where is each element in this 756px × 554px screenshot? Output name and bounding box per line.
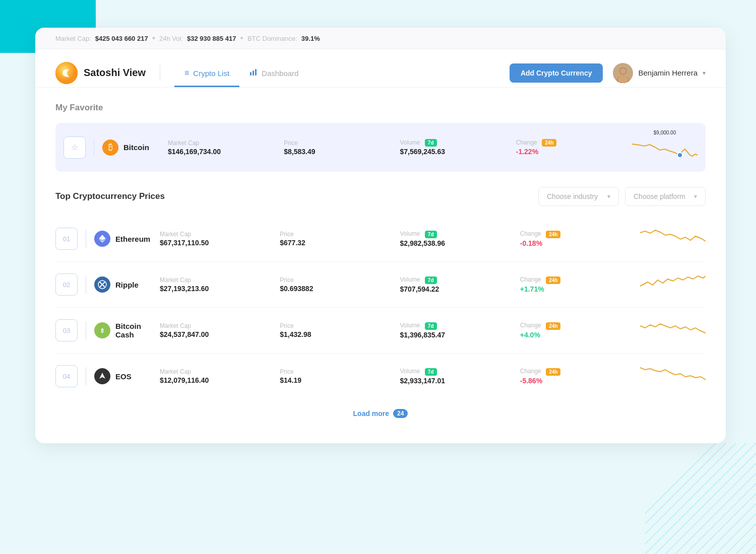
favorite-section-title: My Favorite [55,103,706,113]
bch-change-badge: 24h [546,322,560,330]
header-right: Add Crypto Currency Benjamin Herrera ▾ [510,63,706,83]
dot-1: • [152,34,155,43]
btc-label: BTC Dominance: [247,35,297,42]
bch-market-cap-col: Market Cap $24,537,847.00 [160,322,280,338]
star-icon: ☆ [71,143,78,152]
xrp-change-label: Change 24h [520,276,640,284]
xrp-change-value: +1.71% [520,285,640,293]
eos-market-cap-value: $12,079,116.40 [160,376,280,384]
btc-price-value: $8,583.49 [284,148,400,156]
eos-volume-value: $2,933,147.01 [400,377,520,385]
btc-market-cap-value: $146,169,734.00 [168,148,284,156]
industry-filter[interactable]: Choose industry ▾ [538,187,619,206]
top-crypto-header: Top Cryptocurrency Prices Choose industr… [55,187,706,206]
eth-chart [640,225,706,252]
industry-chevron-icon: ▾ [607,193,610,200]
star-button[interactable]: ☆ [64,136,86,159]
eth-price-value: $677.32 [280,239,400,247]
nav-tab-crypto-list[interactable]: ≡ Crypto List [174,59,239,87]
btc-change-badge: 24h [542,139,556,147]
btc-change-label: Change 24h [516,139,632,147]
favorite-table: ☆ ₿ Bitcoin Market Cap $146,169,734.00 P… [55,123,706,172]
eos-change-col: Change 24h -5.86% [520,368,640,384]
xrp-coin-info: Ripple [94,276,160,293]
user-area[interactable]: Benjamin Herrera ▾ [613,63,706,83]
header-divider [160,65,160,81]
btc-volume-value: $7,569,245.63 [400,148,516,156]
xrp-market-cap-label: Market Cap [160,276,280,284]
user-name: Benjamin Herrera [638,68,698,77]
logo-area[interactable]: Satoshi View [55,62,146,84]
bch-coin-info: ₿ Bitcoin Cash [94,322,160,339]
rank-box-2: 02 [55,273,78,296]
svg-marker-26 [99,235,106,240]
svg-line-3 [675,473,756,554]
bch-volume-label: Volume 7d [400,322,520,329]
filter-selects: Choose industry ▾ Choose platform ▾ [538,187,706,206]
svg-line-6 [706,504,756,554]
xrp-price-label: Price [280,276,400,284]
eth-market-cap-value: $67,317,110.50 [160,239,280,247]
eos-change-value: -5.86% [520,377,640,385]
eos-coin-info: EOS [94,368,160,384]
eos-chart [640,363,706,390]
bch-volume-badge: 7d [425,322,437,330]
svg-line-0 [645,443,756,554]
eth-volume-label: Volume 7d [400,230,520,238]
btc-volume-badge: 7d [425,139,437,147]
svg-point-23 [620,68,626,74]
rank-box-1: 01 [55,228,78,250]
svg-rect-18 [253,71,254,76]
bch-volume-col: Volume 7d $1,396,835.47 [400,322,520,338]
eth-change-badge: 24h [546,231,560,238]
xrp-volume-value: $707,594.22 [400,285,520,293]
eth-market-cap-label: Market Cap [160,231,280,238]
main-card: Market Cap: $425 043 660 217 • 24h Vol: … [35,28,726,443]
industry-filter-label: Choose industry [547,192,598,200]
vol-label: 24h Vol: [159,35,183,42]
svg-marker-33 [99,373,105,379]
header: Satoshi View ≡ Crypto List Dashboard [35,49,726,88]
svg-line-4 [685,483,756,554]
xrp-volume-col: Volume 7d $707,594.22 [400,276,520,293]
btc-name: Bitcoin [123,143,149,152]
svg-point-24 [617,76,628,83]
eth-change-value: -0.18% [520,239,640,247]
svg-text:₿: ₿ [101,328,104,333]
platform-filter[interactable]: Choose platform ▾ [625,187,706,206]
svg-rect-19 [255,69,257,76]
xrp-market-cap-col: Market Cap $27,193,213.60 [160,276,280,293]
xrp-volume-badge: 7d [425,276,437,284]
xrp-logo [94,276,110,293]
nav-tabs: ≡ Crypto List Dashboard [174,58,308,87]
eos-volume-label: Volume 7d [400,368,520,375]
eos-price-value: $14.19 [280,376,400,384]
logo-icon [55,62,78,84]
rank-1: 01 [63,235,70,243]
xrp-volume-label: Volume 7d [400,276,520,284]
xrp-change-col: Change 24h +1.71% [520,276,640,293]
eth-market-cap-col: Market Cap $67,317,110.50 [160,231,280,247]
bch-chart [640,317,706,344]
xrp-market-cap-value: $27,193,213.60 [160,285,280,293]
rank-3: 03 [63,327,70,334]
add-crypto-button[interactable]: Add Crypto Currency [510,63,603,83]
nav-tab-dashboard[interactable]: Dashboard [239,59,308,88]
row-sep-1 [86,230,86,248]
platform-chevron-icon: ▾ [694,193,697,200]
svg-line-10 [746,544,756,554]
load-more-button[interactable]: Load more [353,409,390,418]
rank-4: 04 [63,373,70,380]
svg-line-7 [716,514,756,554]
btc-price-label: Price [284,140,400,147]
load-more-count: 24 [393,409,408,418]
svg-line-5 [696,494,756,554]
table-row: 04 EOS Market Cap $12,079,116.40 [55,354,706,399]
eos-name: EOS [115,372,132,381]
bch-price-col: Price $1,432.98 [280,322,400,338]
content: My Favorite ☆ ₿ Bitcoin Market Cap $146,… [35,88,726,443]
nav-tab-dashboard-label: Dashboard [262,69,298,78]
eth-coin-info: Ethereum [94,231,160,247]
favorite-row: ☆ ₿ Bitcoin Market Cap $146,169,734.00 P… [55,123,706,172]
xrp-chart [640,271,706,298]
